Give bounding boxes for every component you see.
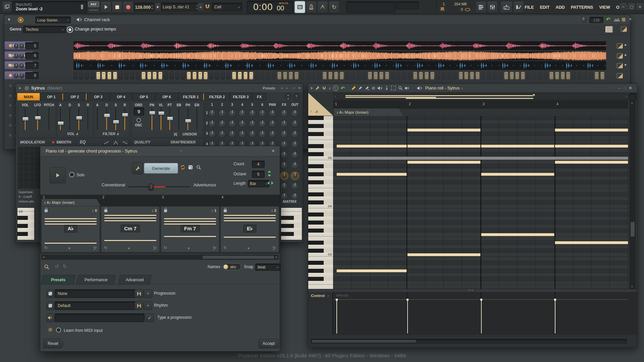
piano-key-white[interactable] [308,237,333,241]
bass-clef-icon[interactable] [272,246,276,250]
mini-white-key[interactable] [281,228,302,232]
ord-value-box[interactable]: 9 [133,108,144,116]
matrix-knob[interactable] [218,110,226,117]
matrix-knob[interactable] [291,130,299,138]
draft-label[interactable]: DRAFT [171,140,182,144]
chord-shift[interactable]: ↕ 3 [152,208,157,213]
sytrus-menu-icon[interactable] [19,87,21,89]
chevron-down-icon[interactable]: ▾ [248,246,249,250]
dice-icon[interactable] [188,165,193,170]
piano-key-white[interactable]: C5 [308,156,333,160]
midi-note[interactable] [336,173,407,176]
mini-white-key[interactable] [281,236,302,240]
matrix-knob[interactable] [259,110,266,117]
midi-note[interactable] [555,128,628,132]
velocity-graph[interactable]: Velocity [333,292,628,335]
dialog-undo-icon[interactable]: ↺ [55,263,59,269]
preset-next-icon[interactable]: ▸ [286,86,288,90]
step-cell[interactable] [374,72,378,79]
matrix-knob[interactable] [280,120,288,128]
mixer-button[interactable] [487,1,498,13]
piano-key-black[interactable] [308,241,333,245]
select-tool-icon[interactable] [391,86,396,90]
mini-black-key[interactable] [17,216,34,220]
midi-learn-led[interactable] [47,327,54,334]
sytrus-tab-op3[interactable]: OP 3 [87,93,110,101]
adventure-slider-knob[interactable] [148,183,154,191]
step-cell[interactable] [153,72,157,79]
matrix-knob[interactable] [249,110,256,117]
mini-black-key[interactable] [281,224,302,228]
step-cell[interactable] [481,72,485,79]
step-cell[interactable] [510,72,514,79]
preset-selector[interactable]: None▸ [55,289,139,298]
midi-note[interactable] [336,144,407,148]
dialog-zoom-icon[interactable] [44,264,49,269]
save-button[interactable] [135,301,143,310]
envelope-editor[interactable] [18,147,40,189]
draw-tool-icon[interactable] [352,86,356,90]
preset-dice-button[interactable] [46,289,54,298]
sytrus-close-icon[interactable]: × [298,85,301,90]
step-cell[interactable] [345,72,350,79]
channel-vol-knob[interactable] [19,44,24,49]
lock-icon[interactable] [224,209,227,212]
sytrus-tab-op5[interactable]: OP 5 [132,93,155,101]
matrix-knob[interactable] [280,172,288,180]
pr-undo-icon[interactable]: ↶ [341,85,345,91]
sytrus-tab-op2[interactable]: OP 2 [63,93,86,101]
step-cell[interactable] [142,72,146,79]
piano-key-black[interactable] [308,229,333,233]
step-cell[interactable] [362,72,366,79]
slider-pt[interactable] [167,108,173,130]
slider-vol[interactable] [22,108,28,130]
step-cell[interactable] [589,72,593,79]
pr-menu-icon[interactable] [311,87,313,89]
matrix-knob[interactable] [238,120,246,128]
waveform-drums[interactable] [73,41,606,50]
midi-note[interactable] [407,144,481,148]
chord-reroll-icon[interactable]: ↻ [104,245,107,250]
metronome-button[interactable] [306,1,317,13]
step-cell[interactable] [504,72,508,79]
step-cell[interactable] [311,72,315,79]
chord-reroll-icon[interactable]: ↻ [164,245,167,250]
step-cell[interactable] [402,72,406,79]
step-cell[interactable] [221,72,225,79]
pr-magnet-icon[interactable] [322,86,326,90]
piano-key-white[interactable] [308,196,333,200]
chord-shift[interactable]: ↕ 1 [211,208,216,213]
step-cell[interactable] [532,72,536,79]
mute-tool-icon[interactable] [378,86,382,90]
snap-magnet-icon[interactable] [205,4,210,9]
lock-icon[interactable] [164,209,167,212]
step-cell[interactable] [294,72,299,79]
piano-key-white[interactable]: C3 [308,253,333,257]
pr-vscroll-thumb[interactable] [631,222,635,237]
piano-key-white[interactable] [308,208,333,213]
preset-dice-button[interactable] [46,301,54,310]
slider-pitch[interactable] [46,108,52,130]
menu-circle-icon[interactable]: ≡ [333,85,338,91]
step-cell[interactable] [487,72,491,79]
mini-white-key[interactable] [281,212,302,216]
midi-note[interactable] [407,128,481,132]
eq-high-button[interactable] [121,140,129,146]
chevron-down-icon[interactable]: ▾ [188,246,190,250]
sytrus-mini-keyboard-left[interactable]: C3 [17,207,35,240]
step-cell[interactable] [198,72,202,79]
step-cell[interactable] [73,72,77,79]
piano-key-white[interactable] [308,168,333,172]
piano-key-white[interactable] [308,128,333,132]
slider-s[interactable] [113,108,119,130]
matrix-knob[interactable] [291,151,299,159]
piano-key-white[interactable] [308,285,333,289]
paint-tool-icon[interactable] [358,86,363,90]
chord-scroll-thumb[interactable] [203,256,274,259]
step-cell[interactable] [549,72,553,79]
step-cell[interactable] [209,72,213,79]
hidden-channel-led[interactable] [9,84,12,87]
matrix-knob[interactable] [249,130,256,138]
matrix-knob[interactable] [269,130,276,138]
smooth-led[interactable] [51,140,55,144]
